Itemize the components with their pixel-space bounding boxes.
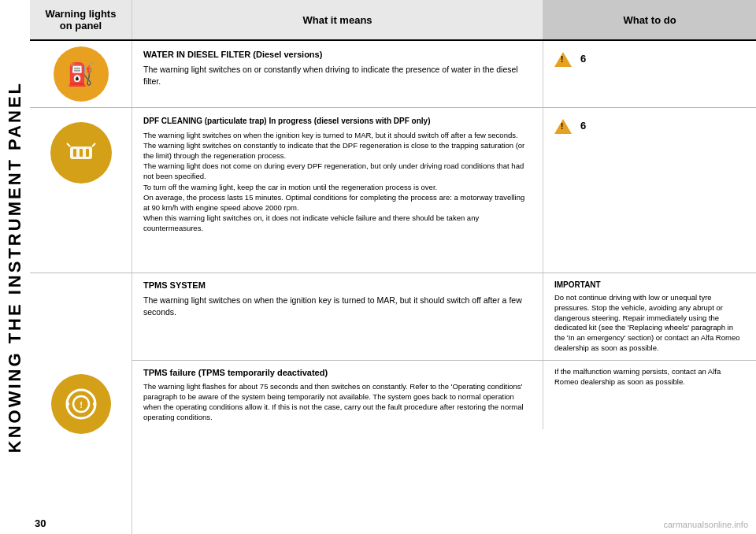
sidebar: KNOWING THE INSTRUMENT PANEL — [0, 0, 30, 534]
row3-means-title-bottom: TPMS failure (TPMS temporarily deactivat… — [143, 367, 532, 379]
table-header: Warning lights on panel What it means Wh… — [30, 0, 756, 41]
sidebar-label: KNOWING THE INSTRUMENT PANEL — [5, 81, 25, 453]
row1-warning-symbol: 6 — [554, 52, 745, 67]
main-content: Warning lights on panel What it means Wh… — [30, 0, 756, 534]
row1-means-title: WATER IN DIESEL FILTER (Diesel versions) — [143, 49, 532, 61]
dpf-svg-icon — [64, 135, 98, 170]
row2-todo-num: 6 — [580, 119, 586, 133]
page-number: 30 — [35, 517, 46, 529]
warning-triangle-icon — [554, 119, 572, 134]
row1-means: WATER IN DIESEL FILTER (Diesel versions)… — [132, 41, 543, 107]
row3-important-body: Do not continue driving with low or uneq… — [554, 293, 745, 354]
warning-triangle-icon — [554, 52, 572, 67]
svg-rect-2 — [80, 149, 83, 157]
row1-icon-cell: ⛽ — [30, 41, 132, 107]
svg-line-5 — [92, 143, 95, 146]
row1-todo: 6 — [543, 41, 756, 107]
header-col2: What it means — [132, 0, 543, 39]
svg-line-4 — [67, 143, 70, 146]
table-row: DPF CLEANING (particulate trap) In progr… — [30, 108, 756, 273]
row2-todo: 6 — [543, 108, 756, 273]
row3-means-body-top: The warning light switches on when the i… — [143, 295, 532, 317]
row3-means-title-top: TPMS SYSTEM — [143, 280, 532, 291]
dpf-filter-icon — [50, 122, 112, 184]
svg-rect-9 — [67, 402, 69, 406]
row1-todo-num: 6 — [580, 52, 586, 66]
row1-means-body: The warning light switches on or constan… — [143, 64, 532, 87]
table-row: ! TPMS SYSTEM The warning light switches… — [30, 273, 756, 534]
tpms-svg-icon: ! — [63, 386, 99, 422]
row3-means-body-bottom: The warning light flashes for about 75 s… — [143, 382, 532, 422]
row3-top-section: TPMS SYSTEM The warning light switches o… — [132, 273, 756, 361]
table-body: ⛽ WATER IN DIESEL FILTER (Diesel version… — [30, 41, 756, 534]
row3-todo-bottom-body: If the malfunction warning persists, con… — [554, 367, 745, 388]
header-col1: Warning lights on panel — [30, 0, 132, 39]
row3-important-label: IMPORTANT — [554, 280, 745, 291]
svg-text:!: ! — [80, 400, 83, 410]
row3-icon-cell: ! — [30, 273, 132, 534]
row3-bottom-section: TPMS failure (TPMS temporarily deactivat… — [132, 361, 756, 429]
row2-icon-cell — [30, 108, 132, 273]
row3-right: TPMS SYSTEM The warning light switches o… — [132, 273, 756, 534]
row3-means-top: TPMS SYSTEM The warning light switches o… — [132, 273, 543, 360]
row2-warning-symbol: 6 — [554, 119, 745, 134]
svg-rect-3 — [86, 149, 89, 157]
header-col3: What to do — [543, 0, 756, 39]
table-row: ⛽ WATER IN DIESEL FILTER (Diesel version… — [30, 41, 756, 108]
row3-todo-top: IMPORTANT Do not continue driving with l… — [543, 273, 756, 360]
watermark: carmanuaIsonline.info — [663, 520, 748, 529]
row2-means-body: The warning light switches on when the i… — [143, 130, 532, 233]
row2-means-title: DPF CLEANING (particulate trap) In progr… — [143, 116, 532, 127]
row2-means: DPF CLEANING (particulate trap) In progr… — [132, 108, 543, 273]
svg-rect-1 — [73, 149, 76, 157]
row3-means-bottom: TPMS failure (TPMS temporarily deactivat… — [132, 361, 543, 429]
row3-todo-bottom: If the malfunction warning persists, con… — [543, 361, 756, 429]
fuel-filter-icon: ⛽ — [54, 46, 109, 102]
tpms-icon: ! — [51, 374, 111, 434]
svg-rect-10 — [93, 402, 95, 406]
